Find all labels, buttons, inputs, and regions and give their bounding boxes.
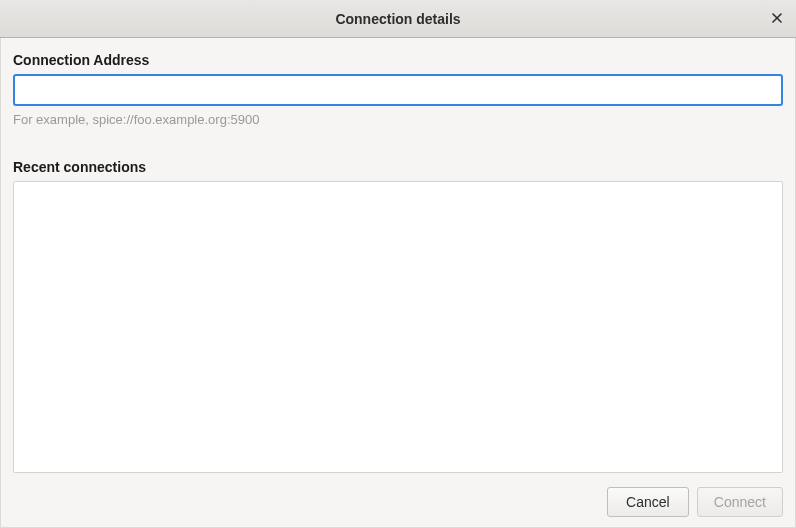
titlebar: Connection details	[0, 0, 796, 38]
button-row: Cancel Connect	[13, 487, 783, 517]
window-title: Connection details	[335, 11, 460, 27]
connect-button[interactable]: Connect	[697, 487, 783, 517]
cancel-button[interactable]: Cancel	[607, 487, 689, 517]
connection-address-hint: For example, spice://foo.example.org:590…	[13, 112, 783, 127]
connection-address-input[interactable]	[13, 74, 783, 106]
dialog-content: Connection Address For example, spice://…	[0, 38, 796, 528]
close-button[interactable]	[768, 10, 786, 28]
close-icon	[772, 12, 782, 26]
recent-connections-list[interactable]	[13, 181, 783, 473]
recent-connections-label: Recent connections	[13, 159, 783, 175]
connection-address-label: Connection Address	[13, 52, 783, 68]
